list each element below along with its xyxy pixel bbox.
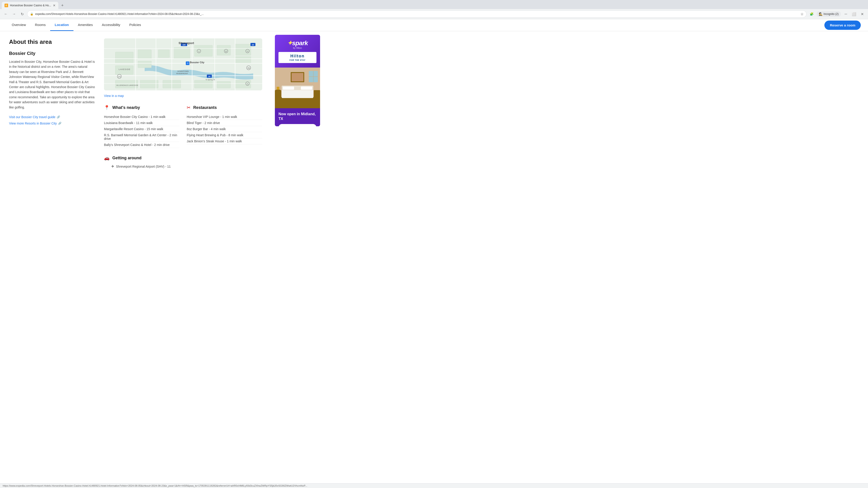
svg-text:DOWNTOWN: DOWNTOWN (178, 70, 189, 72)
ad-top: ✦spark by Hilton Hilton FOR THE STAY (275, 35, 320, 68)
svg-rect-66 (275, 90, 281, 97)
extensions-button[interactable]: 🧩 (808, 11, 815, 17)
incognito-label: Incognito (2) (824, 12, 839, 15)
svg-rect-61 (275, 97, 320, 108)
svg-rect-11 (194, 80, 213, 88)
svg-text:3: 3 (198, 51, 199, 52)
nav-amenities[interactable]: Amenities (73, 19, 97, 31)
nav-rooms[interactable]: Rooms (31, 19, 51, 31)
browser-toolbar: ← → ↻ 🔒 expedia.com/Shreveport-Hotels-Ho… (0, 9, 868, 19)
tab-bar: E Horseshoe Bossier Casino & Ho... ✕ + (0, 0, 868, 9)
nav-location[interactable]: Location (50, 19, 73, 31)
tab-title: Horseshoe Bossier Casino & Ho... (10, 4, 51, 7)
reserve-room-button[interactable]: Reserve a room (825, 21, 861, 30)
maximize-button[interactable]: ⬜ (851, 11, 857, 17)
description-text: Located in Bossier City, Horseshoe Bossi… (9, 59, 95, 110)
svg-rect-65 (301, 87, 312, 90)
incognito-profile[interactable]: 🕵️ Incognito (2) (816, 11, 841, 17)
nav-policies[interactable]: Policies (125, 19, 146, 31)
svg-text:20: 20 (252, 44, 254, 46)
ad-image: Now open in Midland, TX Book now (275, 68, 320, 126)
more-resorts-link[interactable]: View more Resorts in Bossier City 🔗 (9, 122, 95, 125)
view-map-link[interactable]: View in a map (104, 94, 124, 98)
list-item: Blind Tiger - 2 min drive (187, 120, 262, 126)
close-window-button[interactable]: ✕ (859, 11, 865, 17)
book-now-button[interactable]: Book now (278, 124, 316, 126)
list-item: R.S. Barnwell Memorial Garden & Art Cent… (104, 132, 180, 142)
whats-nearby-section: 📍 What's nearby Horseshoe Bossier City C… (104, 105, 180, 148)
svg-rect-64 (283, 87, 294, 90)
car-icon: 🚗 (104, 155, 110, 161)
active-tab[interactable]: E Horseshoe Bossier Casino & Ho... ✕ (2, 2, 58, 9)
hilton-logo: Hilton FOR THE STAY (278, 52, 316, 63)
restaurants-section: ✂ Restaurants Horseshoe VIP Lounge - 1 m… (187, 105, 262, 148)
content-area: About this area Bossier City Located in … (0, 31, 271, 488)
svg-text:Bossier City: Bossier City (190, 61, 205, 64)
getting-around-section: 🚗 Getting around ✈ Shreveport Regional A… (104, 155, 262, 168)
nav-accessibility[interactable]: Accessibility (97, 19, 125, 31)
city-name: Bossier City (9, 51, 95, 56)
whats-nearby-header: 📍 What's nearby (104, 105, 180, 110)
svg-text:782: 782 (247, 67, 250, 69)
ad-cta: Now open in Midland, TX Book now (275, 108, 320, 126)
getting-around-header: 🚗 Getting around (104, 155, 262, 161)
whats-nearby-title: What's nearby (112, 105, 140, 110)
reload-button[interactable]: ↻ (19, 11, 25, 17)
svg-rect-4 (138, 61, 151, 68)
bookmark-icon[interactable]: ☆ (800, 12, 804, 16)
fork-scissors-icon: ✂ (187, 105, 191, 110)
svg-text:Shreveport: Shreveport (179, 41, 194, 45)
svg-text:71: 71 (247, 83, 248, 85)
address-bar[interactable]: 🔒 expedia.com/Shreveport-Hotels-Horsesho… (27, 10, 807, 18)
new-tab-button[interactable]: + (59, 2, 66, 8)
back-button[interactable]: ← (3, 11, 9, 17)
restaurants-list: Horseshoe VIP Lounge - 1 min walk Blind … (187, 114, 262, 144)
forward-button[interactable]: → (11, 11, 17, 17)
poi-grid: 📍 What's nearby Horseshoe Bossier City C… (104, 105, 262, 148)
list-item: Horseshoe Bossier City Casino - 1 min wa… (104, 114, 180, 120)
svg-text:LAKESIDE: LAKESIDE (119, 68, 130, 70)
svg-text:71: 71 (247, 51, 248, 52)
status-bar: https://www.expedia.com/Shreveport-Hotel… (0, 483, 868, 488)
plane-icon: ✈ (111, 164, 114, 168)
svg-text:H: H (187, 62, 188, 65)
svg-text:RIVERFRONT: RIVERFRONT (176, 72, 188, 74)
svg-rect-67 (314, 90, 320, 97)
svg-rect-6 (174, 47, 190, 59)
browser-chrome: E Horseshoe Bossier Casino & Ho... ✕ + ←… (0, 0, 868, 19)
svg-text:ALLENDALE-LAKESIDE: ALLENDALE-LAKESIDE (116, 84, 138, 86)
svg-rect-68 (277, 87, 279, 90)
svg-rect-10 (235, 57, 251, 63)
list-item: Margaritaville Resort Casino - 15 min wa… (104, 126, 180, 132)
svg-rect-15 (140, 80, 158, 88)
svg-rect-71 (291, 73, 303, 81)
list-item: Louisiana Boardwalk - 11 min walk (104, 120, 180, 126)
map-container[interactable]: 79 79 20 3 22 71 (104, 38, 262, 90)
spark-sub: by Hilton (278, 47, 316, 49)
svg-rect-13 (235, 80, 251, 88)
getting-around-title: Getting around (112, 156, 142, 160)
sidebar-advertisement: ✦spark by Hilton Hilton FOR THE STAY (275, 35, 320, 488)
ad-cta-title: Now open in Midland, TX (278, 112, 316, 121)
nav-overview[interactable]: Overview (7, 19, 31, 31)
svg-rect-12 (217, 81, 230, 88)
svg-rect-3 (138, 50, 151, 59)
site-nav: Overview Rooms Location Amenities Access… (0, 19, 868, 31)
restaurants-title: Restaurants (193, 105, 217, 110)
list-item: Bally's Shreveport Casino & Hotel - 2 mi… (104, 142, 180, 148)
svg-text:173: 173 (118, 76, 121, 77)
url-text: expedia.com/Shreveport-Hotels-Horseshoe-… (35, 12, 799, 15)
external-link-icon-1: 🔗 (57, 116, 60, 119)
svg-rect-5 (158, 50, 169, 58)
minimize-button[interactable]: ─ (843, 11, 849, 17)
section-title: About this area (9, 38, 95, 45)
whats-nearby-list: Horseshoe Bossier City Casino - 1 min wa… (104, 114, 180, 148)
main-layout: About this area Bossier City Located in … (0, 31, 868, 488)
spark-logo: ✦spark (278, 39, 316, 47)
location-pin-icon: 📍 (104, 105, 110, 110)
svg-text:N Spring St: N Spring St (206, 78, 215, 80)
svg-rect-8 (217, 45, 230, 55)
travel-guide-link[interactable]: Visit our Bossier City travel guide 🔗 (9, 115, 95, 119)
tab-favicon: E (4, 4, 8, 7)
tab-close-button[interactable]: ✕ (53, 4, 56, 7)
